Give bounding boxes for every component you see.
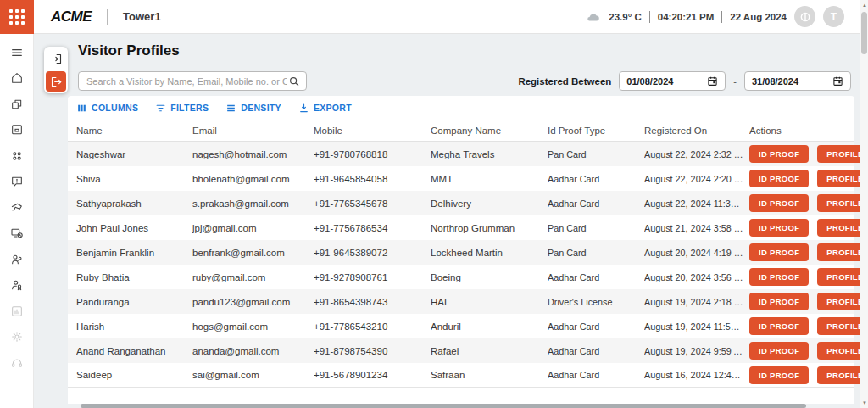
cell-registered: August 19, 2024 9:59 AM <box>644 346 749 356</box>
vertical-scroll-thumb[interactable] <box>861 12 867 54</box>
cell-mobile: +91-9278908761 <box>314 272 431 282</box>
cell-id-proof: Aadhar Card <box>548 272 644 282</box>
cell-company: Rafael <box>431 346 548 356</box>
table-row: Pandurangapandu123@gmail.com+91-86543987… <box>68 289 854 314</box>
groups-icon[interactable] <box>9 148 24 163</box>
icon-sidebar <box>0 34 34 408</box>
staff-badge-icon[interactable] <box>9 278 24 293</box>
cell-registered: August 22, 2024 2:20 PM <box>644 174 749 184</box>
table-row: Nageshwarnagesh@hotmail.com+91-978076881… <box>68 142 854 166</box>
export-button[interactable]: EXPORT <box>298 103 352 114</box>
cell-id-proof: Driver's License <box>548 297 644 307</box>
cell-name: Benjamin Franklin <box>76 248 192 258</box>
user-avatar[interactable]: T <box>823 6 844 27</box>
calendar-icon <box>832 75 843 87</box>
cell-actions: ID PROOFPROFILE <box>749 243 868 261</box>
date-from-input[interactable]: 01/08/2024 <box>619 71 726 91</box>
scroll-down-arrow[interactable]: ▼ <box>860 400 868 405</box>
apps-menu-button[interactable] <box>0 0 34 34</box>
cell-id-proof: Aadhar Card <box>548 198 644 209</box>
site-selector[interactable]: Tower1 <box>123 10 161 23</box>
column-header-id-proof[interactable]: Id Proof Type <box>548 126 644 136</box>
feedback-icon[interactable] <box>9 175 24 189</box>
temperature-reading: 23.9° C <box>609 12 641 22</box>
column-header-name[interactable]: Name <box>76 126 192 136</box>
id-proof-button[interactable]: ID PROOF <box>749 219 809 237</box>
scroll-up-arrow[interactable]: ▲ <box>860 3 868 8</box>
vertical-scrollbar[interactable]: ▲ ▼ <box>860 0 868 408</box>
columns-button[interactable]: COLUMNS <box>76 103 138 114</box>
filters-button[interactable]: FILTERS <box>155 103 209 114</box>
cell-company: Northrop Grumman <box>431 223 548 233</box>
column-header-email[interactable]: Email <box>192 126 314 136</box>
support-headset-icon[interactable] <box>9 355 24 370</box>
cell-name: Sathyaprakash <box>76 198 192 209</box>
device-activity-icon[interactable] <box>9 226 24 241</box>
menu-icon[interactable] <box>9 45 24 59</box>
cell-email: jpj@gmail.com <box>192 223 314 233</box>
id-proof-button[interactable]: ID PROOF <box>749 170 809 187</box>
density-icon <box>225 103 236 114</box>
date-to-input[interactable]: 31/08/2024 <box>744 71 851 91</box>
cell-mobile: +91-9780768818 <box>314 149 431 159</box>
id-proof-button[interactable]: ID PROOF <box>749 366 809 384</box>
visitors-icon[interactable] <box>9 252 24 266</box>
table-row: Sathyaprakashs.prakash@gmail.com+91-7765… <box>68 191 854 215</box>
search-input[interactable] <box>79 76 288 87</box>
id-proof-button[interactable]: ID PROOF <box>749 243 809 261</box>
cell-name: John Paul Jones <box>76 223 192 233</box>
table-row: Ruby Bhatiaruby@gmail.com+91-9278908761B… <box>68 265 854 289</box>
id-proof-button[interactable]: ID PROOF <box>749 268 809 286</box>
visitor-search <box>78 71 307 91</box>
visitor-checkout-button[interactable] <box>46 48 66 69</box>
horizontal-scroll-thumb[interactable] <box>81 404 806 408</box>
date-from-value: 01/08/2024 <box>626 76 673 87</box>
cell-registered: August 20, 2024 4:19 PM <box>644 248 749 258</box>
kiosk-icon[interactable] <box>9 123 24 137</box>
cell-id-proof: Aadhar Card <box>548 174 644 184</box>
brand-logo: ACME <box>51 8 92 25</box>
filter-icon <box>155 103 166 114</box>
search-icon[interactable] <box>288 75 300 87</box>
cell-registered: August 19, 2024 11:52 AM <box>644 321 749 332</box>
registered-between-filter: Registered Between 01/08/2024 - 31/08/20… <box>518 71 851 91</box>
cell-actions: ID PROOFPROFILE <box>749 366 868 384</box>
registered-between-label: Registered Between <box>518 76 611 87</box>
cell-name: Nageshwar <box>76 149 192 159</box>
id-proof-button[interactable]: ID PROOF <box>749 317 809 335</box>
visitor-checkin-button[interactable] <box>46 71 66 92</box>
cell-actions: ID PROOFPROFILE <box>749 268 868 286</box>
visitor-checkout-icon <box>50 53 63 65</box>
apps-grid-icon <box>9 9 25 25</box>
cell-registered: August 21, 2024 3:58 PM <box>644 223 749 233</box>
theme-toggle-icon <box>799 11 811 23</box>
top-header: ACME Tower1 23.9° C 04:20:21 PM 22 Aug 2… <box>0 0 860 34</box>
cell-mobile: +91-7765345678 <box>314 198 431 209</box>
settings-gear-icon[interactable] <box>9 330 24 344</box>
weather-cloud-icon <box>586 12 601 22</box>
id-proof-button[interactable]: ID PROOF <box>749 145 809 163</box>
home-icon[interactable] <box>9 71 24 86</box>
id-proof-button[interactable]: ID PROOF <box>749 342 809 360</box>
column-header-actions: Actions <box>749 126 854 136</box>
id-proof-button[interactable]: ID PROOF <box>749 293 809 310</box>
cell-id-proof: Aadhar Card <box>548 321 644 332</box>
cell-email: pandu123@gmail.com <box>192 297 314 307</box>
cell-registered: August 19, 2024 2:18 PM <box>644 297 749 307</box>
id-proof-button[interactable]: ID PROOF <box>749 194 809 212</box>
reports-icon[interactable] <box>9 304 24 318</box>
column-header-mobile[interactable]: Mobile <box>314 126 431 136</box>
cell-actions: ID PROOFPROFILE <box>749 170 868 187</box>
cell-company: Lockheed Martin <box>431 248 548 258</box>
cell-company: Delhivery <box>431 198 548 209</box>
theme-toggle-button[interactable] <box>794 6 815 27</box>
density-button[interactable]: DENSITY <box>225 103 281 114</box>
column-header-registered-on[interactable]: Registered On <box>644 126 749 136</box>
column-header-company[interactable]: Company Name <box>431 126 548 136</box>
units-icon[interactable] <box>9 97 24 111</box>
cell-company: MMT <box>431 174 548 184</box>
cell-email: s.prakash@gmail.com <box>192 198 314 209</box>
cctv-icon[interactable] <box>9 200 24 215</box>
cell-email: bholenath@gmail.com <box>192 174 314 184</box>
visitor-quick-actions <box>44 47 68 93</box>
